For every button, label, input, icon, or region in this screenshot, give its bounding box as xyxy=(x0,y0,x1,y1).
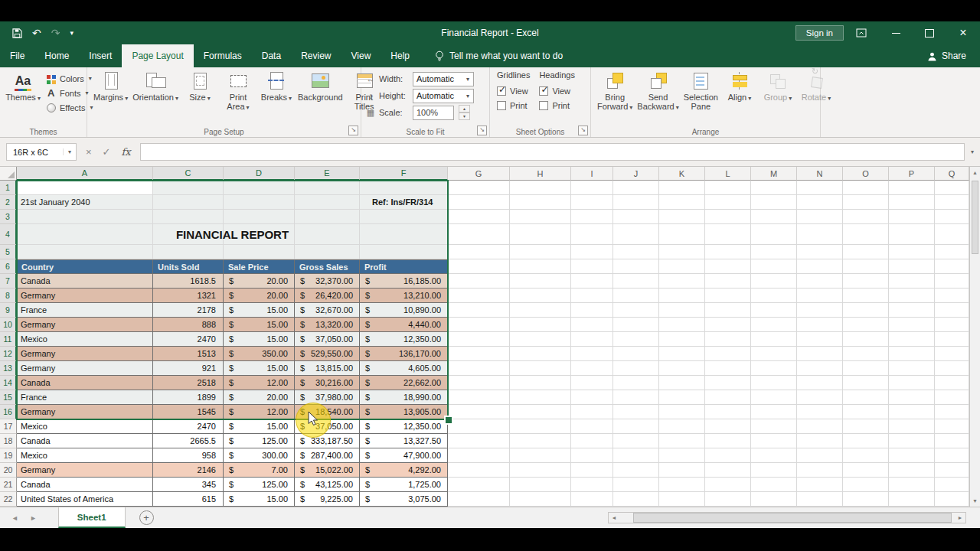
tab-insert[interactable]: Insert xyxy=(79,44,122,67)
spin-down-icon[interactable]: ▾ xyxy=(459,112,470,120)
cell-P5[interactable] xyxy=(889,245,935,259)
cell-K14[interactable] xyxy=(659,376,705,390)
cell-N7[interactable] xyxy=(797,274,843,289)
cell-F22[interactable]: $3,075.00 xyxy=(360,492,448,507)
cell-I12[interactable] xyxy=(571,347,613,361)
cell-H4[interactable] xyxy=(510,224,571,245)
cell-M10[interactable] xyxy=(751,318,797,332)
cell-G5[interactable] xyxy=(448,245,510,259)
row-header-20[interactable]: 20 xyxy=(0,463,17,478)
cell-J21[interactable] xyxy=(613,478,659,492)
cell-F7[interactable]: $16,185.00 xyxy=(360,274,448,289)
cell-P21[interactable] xyxy=(889,478,935,492)
cell-E6[interactable]: Gross Sales xyxy=(295,259,360,274)
cell-K3[interactable] xyxy=(659,210,705,224)
cell-C5[interactable] xyxy=(153,245,224,259)
row-header-14[interactable]: 14 xyxy=(0,376,17,390)
cell-I13[interactable] xyxy=(571,361,613,376)
cell-O2[interactable] xyxy=(843,195,889,210)
cell-C3[interactable] xyxy=(153,210,224,224)
cell-L5[interactable] xyxy=(705,245,751,259)
cell-M9[interactable] xyxy=(751,303,797,318)
cell-I16[interactable] xyxy=(571,405,613,419)
row-header-4[interactable]: 4 xyxy=(0,224,17,245)
formula-input[interactable] xyxy=(140,143,965,161)
cell-M21[interactable] xyxy=(751,478,797,492)
cell-I6[interactable] xyxy=(571,259,613,274)
cell-P20[interactable] xyxy=(889,463,935,478)
cell-A11[interactable]: Mexico xyxy=(17,332,153,347)
selection-pane-button[interactable]: SelectionPane xyxy=(681,69,720,113)
cell-L11[interactable] xyxy=(705,332,751,347)
cell-F4[interactable] xyxy=(360,224,448,245)
column-header-Q[interactable]: Q xyxy=(935,167,969,181)
cell-N10[interactable] xyxy=(797,318,843,332)
cell-H20[interactable] xyxy=(510,463,571,478)
cell-P9[interactable] xyxy=(889,303,935,318)
cell-E14[interactable]: $30,216.00 xyxy=(295,376,360,390)
cell-E20[interactable]: $15,022.00 xyxy=(295,463,360,478)
cell-H18[interactable] xyxy=(510,434,571,448)
cell-Q3[interactable] xyxy=(935,210,969,224)
cell-C18[interactable]: 2665.5 xyxy=(153,434,224,448)
cell-Q1[interactable] xyxy=(935,181,969,195)
cell-H9[interactable] xyxy=(510,303,571,318)
cell-A2[interactable]: 21st January 2040 xyxy=(17,195,153,210)
cell-N5[interactable] xyxy=(797,245,843,259)
row-header-12[interactable]: 12 xyxy=(0,347,17,361)
tab-home[interactable]: Home xyxy=(34,44,79,67)
cell-H8[interactable] xyxy=(510,289,571,303)
cell-K18[interactable] xyxy=(659,434,705,448)
row-header-18[interactable]: 18 xyxy=(0,434,17,448)
cell-Q13[interactable] xyxy=(935,361,969,376)
cell-A7[interactable]: Canada xyxy=(17,274,153,289)
cell-A5[interactable] xyxy=(17,245,153,259)
cell-M5[interactable] xyxy=(751,245,797,259)
cell-A12[interactable]: Germany xyxy=(17,347,153,361)
sheet-tab-sheet1[interactable]: Sheet1 xyxy=(58,507,126,528)
cell-Q4[interactable] xyxy=(935,224,969,245)
cell-E10[interactable]: $13,320.00 xyxy=(295,318,360,332)
cell-L9[interactable] xyxy=(705,303,751,318)
insert-function-icon[interactable]: fx xyxy=(122,146,131,158)
cell-O6[interactable] xyxy=(843,259,889,274)
scale-spinner[interactable]: ▴▾ xyxy=(459,105,470,120)
bring-forward-button[interactable]: BringForward▾ xyxy=(595,69,635,113)
cell-M3[interactable] xyxy=(751,210,797,224)
cell-O9[interactable] xyxy=(843,303,889,318)
ribbon-display-options-icon[interactable] xyxy=(856,28,867,37)
cell-M7[interactable] xyxy=(751,274,797,289)
cell-G9[interactable] xyxy=(448,303,510,318)
cell-F5[interactable] xyxy=(360,245,448,259)
cell-D15[interactable]: $20.00 xyxy=(224,390,295,405)
cell-N1[interactable] xyxy=(797,181,843,195)
column-header-D[interactable]: D xyxy=(224,167,295,181)
cell-K22[interactable] xyxy=(659,492,705,507)
row-header-17[interactable]: 17 xyxy=(0,419,17,434)
cell-C17[interactable]: 2470 xyxy=(153,419,224,434)
cell-I20[interactable] xyxy=(571,463,613,478)
cell-P19[interactable] xyxy=(889,448,935,463)
cell-K10[interactable] xyxy=(659,318,705,332)
cell-E13[interactable]: $13,815.00 xyxy=(295,361,360,376)
cell-K11[interactable] xyxy=(659,332,705,347)
cell-O11[interactable] xyxy=(843,332,889,347)
cell-A21[interactable]: Canada xyxy=(17,478,153,492)
cell-A18[interactable]: Canada xyxy=(17,434,153,448)
cell-H6[interactable] xyxy=(510,259,571,274)
cell-N22[interactable] xyxy=(797,492,843,507)
cell-Q16[interactable] xyxy=(935,405,969,419)
cell-C14[interactable]: 2518 xyxy=(153,376,224,390)
cell-L1[interactable] xyxy=(705,181,751,195)
column-header-N[interactable]: N xyxy=(797,167,843,181)
cell-N3[interactable] xyxy=(797,210,843,224)
background-button[interactable]: Background xyxy=(296,69,345,113)
cell-M13[interactable] xyxy=(751,361,797,376)
cell-F19[interactable]: $47,900.00 xyxy=(360,448,448,463)
tab-view[interactable]: View xyxy=(341,44,381,67)
breaks-button[interactable]: Breaks▾ xyxy=(257,69,296,113)
cell-P17[interactable] xyxy=(889,419,935,434)
cell-D21[interactable]: $125.00 xyxy=(224,478,295,492)
page-setup-dialog-launcher[interactable]: ↘ xyxy=(348,126,358,135)
cell-A15[interactable]: France xyxy=(17,390,153,405)
